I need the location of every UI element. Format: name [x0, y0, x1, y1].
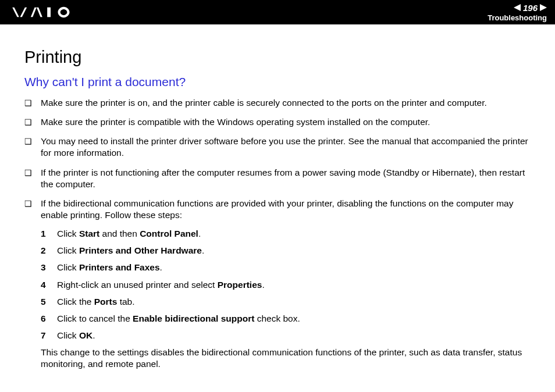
closing-text: This change to the settings disables the…	[41, 347, 535, 370]
step-item: 7Click OK.	[41, 330, 535, 341]
step-text: Click Start and then Control Panel.	[57, 228, 201, 240]
question-heading: Why can't I print a document?	[24, 75, 535, 89]
bullet-list: ❑ Make sure the printer is on, and the p…	[24, 97, 535, 370]
step-number: 4	[41, 279, 57, 291]
list-item: ❑ If the printer is not functioning afte…	[24, 167, 535, 190]
list-item: ❑ You may need to install the printer dr…	[24, 136, 535, 159]
bullet-text: If the printer is not functioning after …	[41, 167, 535, 190]
step-number: 1	[41, 228, 57, 240]
steps-list: 1Click Start and then Control Panel. 2Cl…	[41, 228, 535, 341]
bullet-icon: ❑	[24, 116, 41, 127]
bullet-text: You may need to install the printer driv…	[41, 136, 535, 159]
section-label: Troubleshooting	[488, 13, 547, 22]
bullet-text-with-steps: If the bidirectional communication funct…	[41, 198, 535, 370]
content-area: Printing Why can't I print a document? ❑…	[0, 24, 555, 370]
bullet-icon: ❑	[24, 136, 41, 147]
step-item: 3Click Printers and Faxes.	[41, 262, 535, 273]
step-number: 3	[41, 262, 57, 273]
list-item: ❑ Make sure the printer is compatible wi…	[24, 116, 535, 128]
step-text: Right-click an unused printer and select…	[57, 279, 265, 291]
step-item: 2Click Printers and Other Hardware.	[41, 245, 535, 256]
step-text: Click the Ports tab.	[57, 296, 135, 308]
bullet-text: Make sure the printer is compatible with…	[41, 116, 535, 128]
step-number: 5	[41, 296, 57, 308]
list-item: ❑ Make sure the printer is on, and the p…	[24, 97, 535, 109]
step-text: Click Printers and Other Hardware.	[57, 245, 204, 256]
step-item: 6Click to cancel the Enable bidirectiona…	[41, 313, 535, 325]
step-text: Click OK.	[57, 330, 95, 341]
bullet-icon: ❑	[24, 97, 41, 108]
list-item: ❑ If the bidirectional communication fun…	[24, 198, 535, 370]
svg-rect-0	[47, 8, 51, 17]
step-number: 7	[41, 330, 57, 341]
header-meta: 196 Troubleshooting	[488, 3, 547, 22]
step-item: 1Click Start and then Control Panel.	[41, 228, 535, 240]
bullet-intro: If the bidirectional communication funct…	[41, 198, 513, 220]
vaio-logo	[12, 6, 72, 18]
step-text: Click Printers and Faxes.	[57, 262, 162, 273]
bullet-text: Make sure the printer is on, and the pri…	[41, 97, 535, 109]
prev-page-icon[interactable]	[514, 4, 521, 11]
step-text: Click to cancel the Enable bidirectional…	[57, 313, 300, 325]
page-title: Printing	[24, 48, 535, 67]
step-item: 4Right-click an unused printer and selec…	[41, 279, 535, 291]
step-item: 5Click the Ports tab.	[41, 296, 535, 308]
bullet-icon: ❑	[24, 198, 41, 209]
header-bar: 196 Troubleshooting	[0, 0, 555, 24]
bullet-icon: ❑	[24, 167, 41, 178]
page-number: 196	[523, 3, 538, 13]
next-page-icon[interactable]	[540, 4, 547, 11]
step-number: 2	[41, 245, 57, 256]
page-nav: 196	[514, 3, 547, 13]
step-number: 6	[41, 313, 57, 325]
